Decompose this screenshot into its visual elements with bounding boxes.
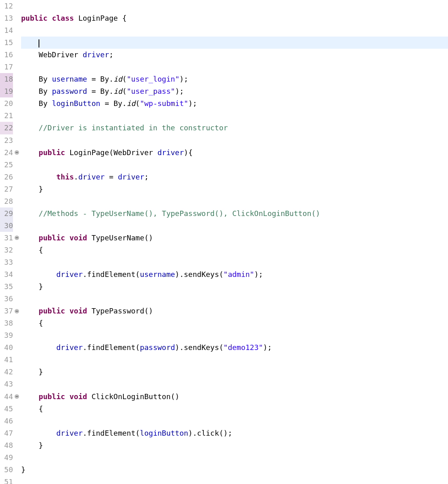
code-line[interactable]: //Methods - TypeUserName(), TypePassword… xyxy=(21,207,448,220)
code-line[interactable]: By password = By.id("user_pass"); xyxy=(21,85,448,97)
line-number: 26 xyxy=(0,171,13,183)
code-line[interactable]: driver.findElement(loginButton).click(); xyxy=(21,427,448,439)
code-line[interactable]: } xyxy=(21,464,448,476)
line-number: 14 xyxy=(0,24,13,37)
method-name: TypeUserName xyxy=(91,233,144,242)
line-number: 39 xyxy=(0,329,13,341)
code-line[interactable] xyxy=(21,293,448,305)
code-line[interactable]: By username = By.id("user_login"); xyxy=(21,73,448,85)
field: username xyxy=(52,75,87,83)
field: loginButton xyxy=(52,99,100,108)
line-number: 43 xyxy=(0,378,13,390)
line-number: 29 xyxy=(0,207,13,220)
static-method: id xyxy=(114,87,123,95)
code-line[interactable]: public void TypeUserName() xyxy=(21,232,448,244)
string-literal: "user_pass" xyxy=(127,87,175,95)
code-line[interactable] xyxy=(21,159,448,171)
code-line[interactable] xyxy=(21,24,448,37)
line-number: 33 xyxy=(0,256,13,268)
code-line-current[interactable] xyxy=(21,37,448,49)
code-line[interactable]: } xyxy=(21,183,448,195)
code-line[interactable]: WebDriver driver; xyxy=(21,49,448,61)
code-line[interactable] xyxy=(21,0,448,12)
code-line[interactable]: } xyxy=(21,366,448,378)
code-line[interactable] xyxy=(21,354,448,366)
line-number: 40 xyxy=(0,341,13,354)
line-number: 36 xyxy=(0,293,13,305)
line-number: 18 xyxy=(0,73,13,85)
line-number: 13 xyxy=(0,12,13,24)
line-number: 15 xyxy=(0,37,13,49)
line-number: 46 xyxy=(0,415,13,427)
code-line[interactable]: } xyxy=(21,439,448,452)
code-line[interactable] xyxy=(21,378,448,390)
code-line[interactable] xyxy=(21,61,448,73)
line-number: 41 xyxy=(0,354,13,366)
code-line[interactable] xyxy=(21,134,448,147)
param: driver xyxy=(157,148,184,157)
svg-rect-1 xyxy=(15,238,18,238)
code-line[interactable] xyxy=(21,195,448,207)
keyword: public xyxy=(21,14,47,22)
line-number: 22 xyxy=(0,122,13,134)
svg-rect-2 xyxy=(15,311,18,311)
line-number: 31 xyxy=(0,232,13,244)
fold-toggle-icon[interactable] xyxy=(15,309,19,313)
fold-toggle-icon[interactable] xyxy=(15,150,19,155)
line-number: 21 xyxy=(0,110,13,122)
code-line[interactable] xyxy=(21,452,448,464)
class-name: LoginPage xyxy=(78,14,118,22)
string-literal: "wp-submit" xyxy=(140,99,188,108)
code-line[interactable]: public void ClickOnLoginButton() xyxy=(21,391,448,403)
line-number: 49 xyxy=(0,452,13,464)
code-editor[interactable]: 1213141516171819202122232425262728293031… xyxy=(0,0,448,484)
code-line[interactable]: driver.findElement(username).sendKeys("a… xyxy=(21,268,448,281)
fold-toggle-icon[interactable] xyxy=(15,394,19,399)
line-number: 42 xyxy=(0,366,13,378)
line-number: 30 xyxy=(0,220,13,232)
line-number: 27 xyxy=(0,183,13,195)
code-line[interactable] xyxy=(21,415,448,427)
line-number: 38 xyxy=(0,317,13,329)
code-line[interactable]: public void TypePassword() xyxy=(21,305,448,317)
fold-column xyxy=(14,0,19,484)
code-area[interactable]: public class LoginPage { WebDriver drive… xyxy=(19,0,448,484)
line-number: 32 xyxy=(0,244,13,256)
code-line[interactable] xyxy=(21,476,448,484)
code-line[interactable] xyxy=(21,220,448,232)
line-number: 17 xyxy=(0,61,13,73)
static-method: id xyxy=(127,99,136,108)
line-number: 47 xyxy=(0,427,13,439)
svg-rect-0 xyxy=(15,152,18,153)
code-line[interactable]: driver.findElement(password).sendKeys("d… xyxy=(21,341,448,354)
line-number: 25 xyxy=(0,159,13,171)
code-line[interactable]: public LoginPage(WebDriver driver){ xyxy=(21,147,448,159)
code-line[interactable]: { xyxy=(21,244,448,256)
code-line[interactable]: By loginButton = By.id("wp-submit"); xyxy=(21,97,448,110)
method-name: TypePassword xyxy=(91,307,144,315)
type: WebDriver xyxy=(39,50,78,59)
code-line[interactable] xyxy=(21,256,448,268)
field: password xyxy=(52,87,87,95)
line-number: 19 xyxy=(0,85,13,97)
code-line[interactable] xyxy=(21,329,448,341)
line-number: 23 xyxy=(0,134,13,147)
code-line[interactable]: } xyxy=(21,281,448,293)
string-literal: "user_login" xyxy=(127,75,179,83)
svg-rect-3 xyxy=(15,396,18,397)
fold-toggle-icon[interactable] xyxy=(15,236,19,240)
comment: //Methods - TypeUserName(), TypePassword… xyxy=(39,209,320,218)
code-line[interactable]: this.driver = driver; xyxy=(21,171,448,183)
code-line[interactable]: //Driver is instantiated in the construc… xyxy=(21,122,448,134)
line-number: 34 xyxy=(0,268,13,281)
line-number: 45 xyxy=(0,403,13,415)
code-line[interactable]: public class LoginPage { xyxy=(21,12,448,24)
comment: //Driver is instantiated in the construc… xyxy=(39,123,228,132)
line-number: 35 xyxy=(0,281,13,293)
line-number: 28 xyxy=(0,195,13,207)
code-line[interactable]: { xyxy=(21,403,448,415)
line-number: 24 xyxy=(0,147,13,159)
code-line[interactable] xyxy=(21,110,448,122)
line-number: 48 xyxy=(0,439,13,452)
code-line[interactable]: { xyxy=(21,317,448,329)
